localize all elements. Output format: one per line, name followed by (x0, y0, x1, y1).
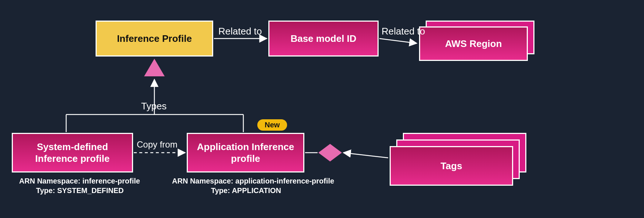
edge-label-related-to-1: Related to (218, 26, 262, 37)
arrow-basemodel-to-region (379, 39, 417, 43)
edge-label-types: Types (141, 101, 167, 112)
node-tags: Tags (390, 146, 513, 186)
node-system-defined-profile: System-defined Inference profile (12, 133, 133, 172)
node-label: AWS Region (445, 38, 502, 50)
node-label: Application Inference profile (192, 141, 300, 165)
annotation-system-type: Type: SYSTEM_DEFINED (36, 186, 124, 195)
annotation-application-type: Type: APPLICATION (211, 186, 281, 195)
annotation-application-ns: ARN Namespace: application-inference-pro… (172, 177, 334, 185)
aggregation-diamond-icon (318, 144, 342, 161)
node-label: Base model ID (290, 33, 356, 44)
node-inference-profile: Inference Profile (96, 21, 213, 57)
node-aws-region: AWS Region (419, 26, 528, 61)
node-label: Tags (441, 160, 462, 172)
diagram-canvas: Inference Profile Base model ID AWS Regi… (0, 0, 644, 218)
edge-label-related-to-2: Related to (382, 26, 425, 37)
badge-new: New (257, 119, 287, 131)
node-application-profile: Application Inference profile (187, 133, 304, 172)
node-label: Inference Profile (117, 33, 192, 44)
node-base-model-id: Base model ID (268, 21, 379, 57)
inheritance-triangle-icon (144, 59, 165, 76)
edge-label-copy-from: Copy from (137, 139, 178, 150)
arrow-tags-to-diamond (343, 153, 388, 158)
annotation-system-ns: ARN Namespace: inference-profile (19, 177, 140, 185)
node-label: System-defined Inference profile (17, 141, 128, 165)
badge-label: New (265, 121, 280, 129)
